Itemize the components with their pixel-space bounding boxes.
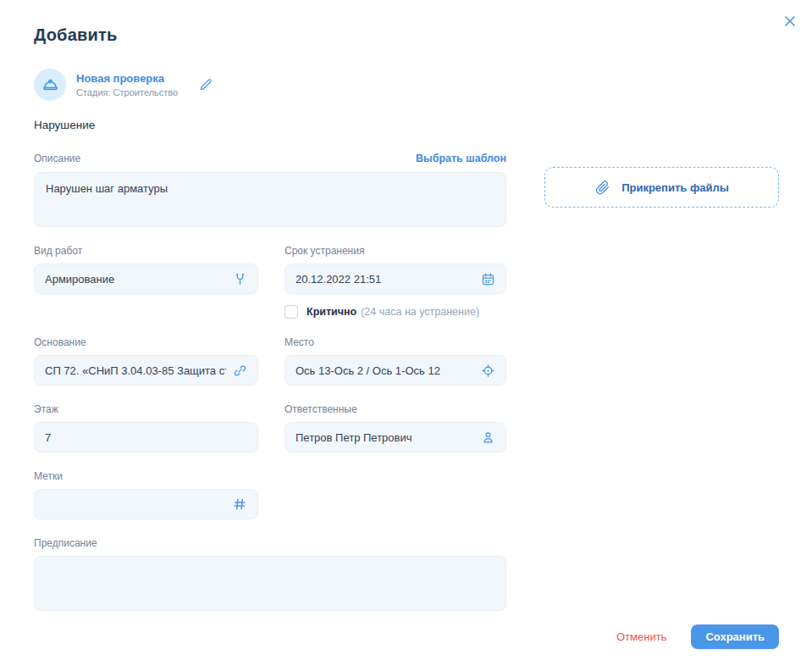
- section-title-violation: Нарушение: [34, 119, 779, 131]
- responsible-label: Ответственные: [284, 403, 506, 415]
- critical-checkbox-row: Критично (24 часа на устранение): [284, 305, 506, 319]
- prescription-label: Предписание: [34, 537, 506, 549]
- inspection-info: Новая проверка Стадия: Строительство: [76, 72, 178, 97]
- critical-label: Критично: [307, 306, 356, 318]
- critical-checkbox[interactable]: [284, 305, 298, 319]
- basis-value: СП 72. «СНиП 3.04.03-85 Защита стро...: [45, 364, 226, 377]
- close-icon[interactable]: [780, 11, 800, 31]
- helmet-icon: [41, 76, 59, 94]
- prescription-input[interactable]: [34, 556, 506, 611]
- inspection-stage: Стадия: Строительство: [76, 87, 178, 97]
- paperclip-icon: [594, 180, 610, 196]
- edit-pencil-icon: [198, 77, 213, 92]
- attachments-zone: Прикрепить файлы: [544, 146, 779, 208]
- critical-hint: (24 часа на устранение): [361, 306, 479, 318]
- wrench-icon[interactable]: [233, 272, 247, 286]
- deadline-input[interactable]: 20.12.2022 21:51: [284, 264, 506, 294]
- calendar-icon[interactable]: [481, 272, 495, 286]
- deadline-value: 20.12.2022 21:51: [296, 273, 381, 286]
- page-title: Добавить: [34, 25, 779, 45]
- tags-label: Метки: [34, 470, 258, 482]
- person-icon[interactable]: [481, 430, 495, 445]
- floor-input[interactable]: 7: [34, 422, 258, 452]
- description-label: Описание: [34, 153, 80, 164]
- crosshair-icon[interactable]: [481, 364, 495, 378]
- basis-select[interactable]: СП 72. «СНиП 3.04.03-85 Защита стро...: [34, 355, 258, 386]
- attach-files-label: Прикрепить файлы: [621, 181, 729, 194]
- dialog-footer: Отменить Сохранить: [616, 624, 779, 649]
- inspection-row: Новая проверка Стадия: Строительство: [34, 69, 779, 101]
- save-button[interactable]: Сохранить: [691, 624, 779, 649]
- floor-value: 7: [45, 431, 51, 444]
- hash-icon[interactable]: [232, 497, 247, 512]
- description-input[interactable]: Нарушен шаг арматуры: [34, 172, 506, 227]
- add-violation-dialog: Добавить Новая проверка Стадия: Строител…: [0, 0, 812, 666]
- cancel-button[interactable]: Отменить: [616, 630, 666, 643]
- place-value: Ось 13-Ось 2 / Ось 1-Ось 12: [296, 364, 440, 377]
- place-select[interactable]: Ось 13-Ось 2 / Ось 1-Ось 12: [284, 355, 506, 386]
- violation-form: Описание Выбрать шаблон Нарушен шаг арма…: [34, 146, 506, 611]
- avatar: [34, 69, 66, 101]
- basis-label: Основание: [34, 336, 258, 348]
- inspection-name-link[interactable]: Новая проверка: [76, 72, 178, 85]
- work-type-value: Армирование: [45, 273, 114, 286]
- deadline-label: Срок устранения: [284, 245, 506, 257]
- work-type-label: Вид работ: [34, 245, 258, 257]
- work-type-select[interactable]: Армирование: [34, 264, 258, 294]
- floor-label: Этаж: [34, 403, 258, 415]
- edit-inspection-button[interactable]: [198, 77, 213, 92]
- choose-template-link[interactable]: Выбрать шаблон: [416, 153, 506, 164]
- responsible-value: Петров Петр Петрович: [296, 431, 412, 444]
- responsible-select[interactable]: Петров Петр Петрович: [284, 422, 506, 452]
- tags-input[interactable]: [34, 489, 258, 519]
- place-label: Место: [284, 336, 506, 348]
- attach-files-button[interactable]: Прикрепить файлы: [544, 167, 779, 208]
- link-icon[interactable]: [233, 364, 247, 378]
